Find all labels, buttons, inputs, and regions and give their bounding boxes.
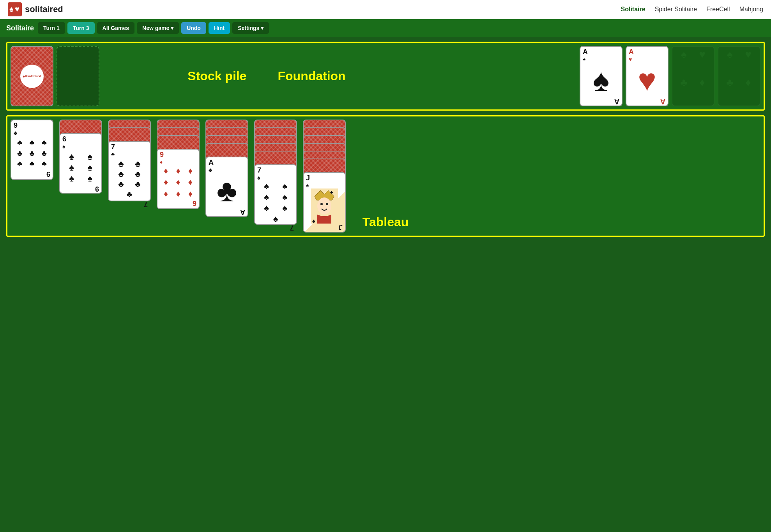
foundation-area: A♠ ♠ A A♥ ♥ A ♠♥♣♦ ♠♥♣♦: [434, 46, 760, 106]
tableau-columns: 9♣ ♣♣♣ ♣♣♣ ♣ ♣ ♣ 9: [11, 120, 760, 233]
svg-point-5: [317, 197, 331, 215]
card-rank-top: 9♦: [160, 151, 196, 165]
svg-point-7: [326, 203, 328, 205]
card-pips: ♣♣♣ ♣♣♣ ♣ ♣ ♣: [14, 136, 50, 171]
card-suit: ♣: [209, 173, 245, 209]
tableau-col-3: 7♣ ♣ ♣ ♣ ♣ ♣ ♣ ♣ 7: [108, 120, 153, 201]
card-pips: ♠ ♠ ♠ ♠ ♠ ♠ ♠: [257, 181, 294, 224]
card-rank-bottom: 7: [290, 224, 294, 231]
card-rank-bottom: 9: [95, 185, 99, 192]
tableau-card-9clubs[interactable]: 9♣ ♣♣♣ ♣♣♣ ♣ ♣ ♣ 9: [11, 120, 53, 180]
all-games-button[interactable]: All Games: [97, 22, 134, 34]
face-9diamonds: 9♦ ♦ ♦ ♦ ♦ ♦ ♦ ♦ ♦ ♦ 6: [157, 149, 202, 209]
foundation-2[interactable]: A♥ ♥ A: [626, 46, 668, 106]
svg-text:♠: ♠: [312, 218, 315, 224]
face-7clubs: 7♣ ♣ ♣ ♣ ♣ ♣ ♣ ♣ 7: [108, 141, 153, 201]
tableau-col-5: A♣ ♣ A: [205, 120, 250, 217]
turn1-button[interactable]: Turn 1: [38, 22, 65, 34]
card-rank-top: 6♠: [62, 136, 99, 150]
card-rank-top: A♣: [209, 159, 245, 173]
card-pips: ♣ ♣ ♣ ♣ ♣ ♣ ♣: [111, 157, 148, 201]
svg-text:♥: ♥: [15, 5, 19, 13]
face-card-6spades: 6♠ ♠ ♠ ♠ ♠ ♠ ♠ 9: [59, 133, 104, 194]
svg-point-6: [320, 203, 323, 205]
waste-pile[interactable]: [57, 46, 99, 106]
foundation-1[interactable]: A♠ ♠ A: [580, 46, 622, 106]
top-navigation: ♠ ♥ solitaired Solitaire Spider Solitair…: [0, 0, 771, 19]
tableau-col-7: J♠: [303, 120, 348, 233]
undo-button[interactable]: Undo: [181, 22, 206, 34]
logo-icon: ♠ ♥: [8, 2, 22, 16]
card-rank-bottom: 9: [46, 171, 50, 178]
card-pips: ♦ ♦ ♦ ♦ ♦ ♦ ♦ ♦ ♦: [160, 165, 196, 200]
nav-solitaire[interactable]: Solitaire: [621, 6, 645, 13]
game-toolbar: Solitaire Turn 1 Turn 3 All Games New ga…: [0, 19, 771, 37]
hint-button[interactable]: Hint: [209, 22, 230, 34]
card-rank-bottom: A: [240, 209, 245, 216]
card-rank-bottom: 6: [193, 200, 196, 207]
turn3-button[interactable]: Turn 3: [67, 22, 95, 34]
tableau-col-2: 6♠ ♠ ♠ ♠ ♠ ♠ ♠ 9: [59, 120, 104, 194]
card-jackspades[interactable]: J♠: [303, 172, 346, 233]
card-rank-top: J♠: [306, 174, 343, 188]
card-rank-bottom: 7: [144, 201, 148, 208]
stock-area: ♠♥solitaired: [11, 46, 99, 106]
foundation-label: Foundation: [278, 69, 345, 83]
card-rank-bottom: J: [339, 224, 343, 231]
game-label: Solitaire: [6, 24, 34, 32]
card-suit: ♠: [583, 62, 619, 98]
card-back-inner: ♠♥solitaired: [14, 48, 50, 104]
card-suit: ♥: [629, 62, 665, 98]
card-rank-top: A♠: [583, 48, 619, 62]
game-area: ♠♥solitaired Stock pile Foundation A♠ ♠ …: [0, 37, 771, 241]
svg-text:♠: ♠: [9, 5, 14, 13]
card-7spades[interactable]: 7♠ ♠ ♠ ♠ ♠ ♠ ♠ ♠ 7: [254, 164, 297, 225]
stock-card[interactable]: ♠♥solitaired: [11, 46, 53, 106]
tableau-section: 9♣ ♣♣♣ ♣♣♣ ♣ ♣ ♣ 9: [6, 115, 765, 237]
card-aceclubs[interactable]: A♣ ♣ A: [205, 157, 248, 217]
top-labels: Stock pile Foundation: [103, 46, 430, 106]
logo-area: ♠ ♥ solitaired: [8, 2, 63, 16]
card-rank-bottom: A: [614, 98, 619, 105]
card-face: ♠ ♠: [306, 188, 343, 224]
tableau-col-4: 9♦ ♦ ♦ ♦ ♦ ♦ ♦ ♦ ♦ ♦ 6: [157, 120, 202, 209]
card-7clubs[interactable]: 7♣ ♣ ♣ ♣ ♣ ♣ ♣ ♣ 7: [108, 141, 151, 201]
card-pips: ♠ ♠ ♠ ♠ ♠ ♠: [62, 150, 99, 185]
card-rank-top: A♥: [629, 48, 665, 62]
top-section: ♠♥solitaired Stock pile Foundation A♠ ♠ …: [6, 42, 765, 111]
logo-text: solitaired: [25, 4, 63, 14]
face-ace-clubs: A♣ ♣ A: [205, 157, 250, 217]
face-7spades: 7♠ ♠ ♠ ♠ ♠ ♠ ♠ ♠ 7: [254, 164, 299, 225]
nav-mahjong[interactable]: Mahjong: [739, 6, 763, 13]
card-rank-top: 7♣: [111, 143, 148, 157]
card-back-logo: ♠♥solitaired: [20, 65, 44, 88]
card-rank-bottom: A: [660, 98, 665, 105]
card-9diamonds[interactable]: 9♦ ♦ ♦ ♦ ♦ ♦ ♦ ♦ ♦ ♦ 6: [157, 149, 200, 209]
nav-spider[interactable]: Spider Solitaire: [655, 6, 697, 13]
foundation-3[interactable]: ♠♥♣♦: [672, 46, 714, 106]
card-rank-top: 9♣: [14, 122, 50, 136]
tableau-col-1: 9♣ ♣♣♣ ♣♣♣ ♣ ♣ ♣ 9: [11, 120, 55, 180]
nav-freecell[interactable]: FreeCell: [706, 6, 730, 13]
nav-links: Solitaire Spider Solitaire FreeCell Mahj…: [621, 6, 763, 13]
card-6spades[interactable]: 6♠ ♠ ♠ ♠ ♠ ♠ ♠ 9: [59, 133, 102, 194]
card-rank-top: 7♠: [257, 167, 294, 181]
foundation-4[interactable]: ♠♥♣♦: [718, 46, 760, 106]
settings-button[interactable]: Settings ▾: [232, 22, 269, 34]
face-jack-spades: J♠: [303, 172, 348, 233]
new-game-button[interactable]: New game ▾: [137, 22, 179, 34]
svg-text:♠: ♠: [330, 189, 333, 195]
stock-pile-label: Stock pile: [187, 69, 246, 83]
tableau-col-6: 7♠ ♠ ♠ ♠ ♠ ♠ ♠ ♠ 7: [254, 120, 299, 225]
